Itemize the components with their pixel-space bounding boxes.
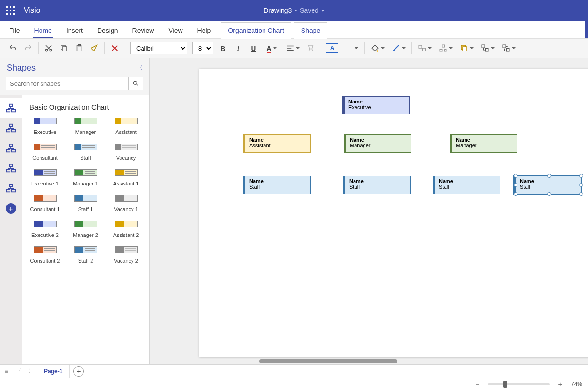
tab-file[interactable]: File xyxy=(2,22,27,38)
zoom-slider[interactable] xyxy=(488,383,550,385)
group-button[interactable] xyxy=(479,43,496,53)
stencil-tab-1[interactable] xyxy=(0,98,22,118)
document-title-area[interactable]: Drawing3 - Saved xyxy=(264,7,324,14)
shape-item-executive[interactable]: Executive xyxy=(25,118,65,135)
stencil-tab-5[interactable] xyxy=(0,178,22,198)
shape-item-staff-1[interactable]: Staff 1 xyxy=(65,195,106,212)
prev-page-button[interactable]: 〈 xyxy=(12,365,25,378)
tab-home[interactable]: Home xyxy=(27,22,59,38)
font-color-button[interactable]: A xyxy=(264,43,280,53)
selection-handle[interactable] xyxy=(547,192,551,196)
shape-item-executive-2[interactable]: Executive 2 xyxy=(25,221,65,238)
zoom-out-button[interactable]: − xyxy=(474,380,481,388)
format-painter-button[interactable] xyxy=(89,43,100,53)
text-tool-button[interactable]: A xyxy=(326,43,338,53)
page-list-button[interactable]: ≡ xyxy=(0,365,12,378)
bold-button[interactable]: B xyxy=(218,44,228,52)
shapes-search-input[interactable] xyxy=(6,77,128,90)
selection-handle[interactable] xyxy=(514,174,517,178)
shape-item-assistant[interactable]: Assistant xyxy=(106,118,146,135)
page-tab-bar: ≡ 〈 〉 Page-1 + xyxy=(0,364,588,378)
status-bar: − + 74% xyxy=(0,378,588,390)
next-page-button[interactable]: 〉 xyxy=(25,365,37,378)
zoom-in-button[interactable]: + xyxy=(557,380,564,388)
tab-insert[interactable]: Insert xyxy=(59,22,90,38)
tab-review[interactable]: Review xyxy=(125,22,162,38)
selection-handle[interactable] xyxy=(579,183,583,187)
org-node-staff-2[interactable]: Name Staff xyxy=(343,176,411,194)
shape-item-consultant-1[interactable]: Consultant 1 xyxy=(25,195,65,212)
org-node-executive[interactable]: Name Executive xyxy=(342,96,410,114)
title-bar: Visio Drawing3 - Saved xyxy=(0,0,588,21)
svg-rect-31 xyxy=(12,190,15,192)
org-node-manager-2[interactable]: Name Manager xyxy=(450,134,517,153)
underline-button[interactable]: U xyxy=(248,44,259,52)
selection-handle[interactable] xyxy=(579,174,583,178)
stencil-tab-2[interactable] xyxy=(0,118,22,138)
shape-item-consultant[interactable]: Consultant xyxy=(25,144,65,161)
shape-item-label: Consultant xyxy=(32,155,58,161)
shape-item-vacancy-2[interactable]: Vacancy 2 xyxy=(106,246,146,264)
zoom-slider-thumb[interactable] xyxy=(503,381,507,388)
shape-item-staff-2[interactable]: Staff 2 xyxy=(65,246,106,264)
horizontal-scrollbar[interactable] xyxy=(259,359,550,364)
shapes-search-button[interactable] xyxy=(128,77,143,90)
shape-item-assistant-2[interactable]: Assistant 2 xyxy=(106,221,146,238)
position-button[interactable] xyxy=(437,43,454,53)
font-family-select[interactable]: Calibri xyxy=(130,42,187,54)
shape-item-vacancy[interactable]: Vacancy xyxy=(106,144,146,161)
stencil-tab-3[interactable] xyxy=(0,138,22,158)
shape-item-vacancy-1[interactable]: Vacancy 1 xyxy=(106,195,146,212)
selection-handle[interactable] xyxy=(514,192,517,196)
align-button[interactable] xyxy=(416,43,433,53)
shape-item-consultant-2[interactable]: Consultant 2 xyxy=(25,246,65,264)
change-shape-button[interactable] xyxy=(500,43,517,53)
title-separator: - xyxy=(294,7,297,14)
alignment-button[interactable] xyxy=(284,43,301,53)
shape-thumb xyxy=(115,221,138,227)
stencil-tab-4[interactable] xyxy=(0,158,22,178)
tab-design[interactable]: Design xyxy=(90,22,125,38)
shape-item-manager-2[interactable]: Manager 2 xyxy=(65,221,106,238)
font-size-select[interactable]: 8 xyxy=(192,42,213,54)
shape-item-executive-1[interactable]: Executive 1 xyxy=(25,169,65,186)
shape-item-label: Assistant 1 xyxy=(113,181,139,186)
tab-help[interactable]: Help xyxy=(190,22,218,38)
zoom-percent-label[interactable]: 74% xyxy=(571,381,582,388)
undo-button[interactable] xyxy=(8,43,18,53)
shape-item-manager[interactable]: Manager xyxy=(65,118,106,135)
shape-item-staff[interactable]: Staff xyxy=(65,144,106,161)
drawing-page[interactable]: Name Executive Name Assistant Name Manag… xyxy=(199,69,588,357)
paste-button[interactable] xyxy=(74,43,84,53)
cut-button[interactable] xyxy=(43,43,54,53)
org-node-staff-3[interactable]: Name Staff xyxy=(433,176,500,194)
page-tab-1[interactable]: Page-1 xyxy=(37,365,70,378)
shape-item-assistant-1[interactable]: Assistant 1 xyxy=(106,169,146,186)
copy-button[interactable] xyxy=(59,43,69,53)
org-node-manager-1[interactable]: Name Manager xyxy=(344,134,411,153)
arrange-button[interactable] xyxy=(458,43,475,53)
org-node-staff-1[interactable]: Name Staff xyxy=(243,176,311,194)
org-node-staff-4-selected[interactable]: Name Staff xyxy=(514,176,581,194)
delete-button[interactable] xyxy=(110,43,120,53)
tab-view[interactable]: View xyxy=(161,22,190,38)
selection-handle[interactable] xyxy=(514,183,517,187)
redo-button[interactable] xyxy=(23,43,33,53)
svg-rect-15 xyxy=(506,49,509,51)
drawing-canvas[interactable]: Name Executive Name Assistant Name Manag… xyxy=(150,58,588,364)
collapse-shapes-panel-button[interactable]: 〈 xyxy=(137,64,142,72)
add-stencil-button[interactable]: + xyxy=(6,203,16,214)
shape-tool-button[interactable] xyxy=(343,43,359,53)
clear-format-button[interactable] xyxy=(305,43,316,53)
org-node-assistant[interactable]: Name Assistant xyxy=(243,134,311,153)
fill-color-button[interactable] xyxy=(369,43,385,53)
selection-handle[interactable] xyxy=(547,174,551,178)
app-launcher-button[interactable] xyxy=(0,0,21,21)
add-page-button[interactable]: + xyxy=(73,366,84,377)
line-color-button[interactable] xyxy=(390,43,406,53)
tab-shape[interactable]: Shape xyxy=(294,22,327,39)
selection-handle[interactable] xyxy=(579,192,583,196)
shape-item-manager-1[interactable]: Manager 1 xyxy=(65,169,106,186)
tab-organization-chart[interactable]: Organization Chart xyxy=(221,22,291,39)
italic-button[interactable]: I xyxy=(233,44,243,52)
